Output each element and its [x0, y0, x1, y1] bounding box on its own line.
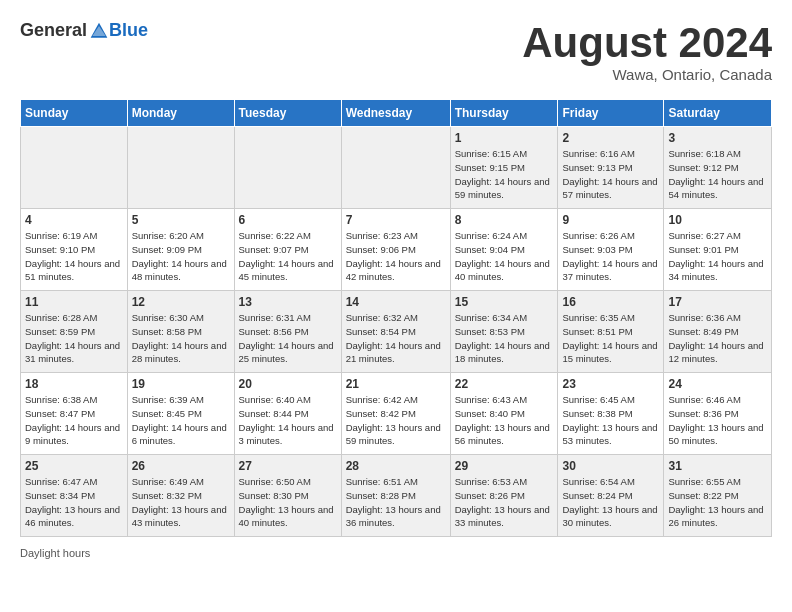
day-info: Sunrise: 6:36 AM Sunset: 8:49 PM Dayligh… [668, 311, 767, 366]
day-number: 25 [25, 459, 123, 473]
logo-general-text: General [20, 20, 87, 41]
day-number: 9 [562, 213, 659, 227]
day-info: Sunrise: 6:22 AM Sunset: 9:07 PM Dayligh… [239, 229, 337, 284]
day-number: 17 [668, 295, 767, 309]
calendar-cell: 8Sunrise: 6:24 AM Sunset: 9:04 PM Daylig… [450, 209, 558, 291]
logo-blue-text: Blue [109, 20, 148, 41]
day-info: Sunrise: 6:34 AM Sunset: 8:53 PM Dayligh… [455, 311, 554, 366]
calendar-cell [127, 127, 234, 209]
day-info: Sunrise: 6:47 AM Sunset: 8:34 PM Dayligh… [25, 475, 123, 530]
day-info: Sunrise: 6:16 AM Sunset: 9:13 PM Dayligh… [562, 147, 659, 202]
day-info: Sunrise: 6:39 AM Sunset: 8:45 PM Dayligh… [132, 393, 230, 448]
day-number: 7 [346, 213, 446, 227]
calendar-cell: 16Sunrise: 6:35 AM Sunset: 8:51 PM Dayli… [558, 291, 664, 373]
day-number: 14 [346, 295, 446, 309]
calendar-week-4: 18Sunrise: 6:38 AM Sunset: 8:47 PM Dayli… [21, 373, 772, 455]
calendar-cell: 26Sunrise: 6:49 AM Sunset: 8:32 PM Dayli… [127, 455, 234, 537]
calendar-week-2: 4Sunrise: 6:19 AM Sunset: 9:10 PM Daylig… [21, 209, 772, 291]
day-number: 2 [562, 131, 659, 145]
calendar-cell: 2Sunrise: 6:16 AM Sunset: 9:13 PM Daylig… [558, 127, 664, 209]
day-header-thursday: Thursday [450, 100, 558, 127]
day-info: Sunrise: 6:40 AM Sunset: 8:44 PM Dayligh… [239, 393, 337, 448]
calendar-cell: 19Sunrise: 6:39 AM Sunset: 8:45 PM Dayli… [127, 373, 234, 455]
calendar-cell: 17Sunrise: 6:36 AM Sunset: 8:49 PM Dayli… [664, 291, 772, 373]
calendar-week-3: 11Sunrise: 6:28 AM Sunset: 8:59 PM Dayli… [21, 291, 772, 373]
day-info: Sunrise: 6:32 AM Sunset: 8:54 PM Dayligh… [346, 311, 446, 366]
day-number: 26 [132, 459, 230, 473]
calendar-cell: 5Sunrise: 6:20 AM Sunset: 9:09 PM Daylig… [127, 209, 234, 291]
calendar-cell: 28Sunrise: 6:51 AM Sunset: 8:28 PM Dayli… [341, 455, 450, 537]
day-info: Sunrise: 6:35 AM Sunset: 8:51 PM Dayligh… [562, 311, 659, 366]
location-text: Wawa, Ontario, Canada [522, 66, 772, 83]
day-info: Sunrise: 6:38 AM Sunset: 8:47 PM Dayligh… [25, 393, 123, 448]
calendar-week-1: 1Sunrise: 6:15 AM Sunset: 9:15 PM Daylig… [21, 127, 772, 209]
day-number: 24 [668, 377, 767, 391]
calendar-cell: 10Sunrise: 6:27 AM Sunset: 9:01 PM Dayli… [664, 209, 772, 291]
day-number: 30 [562, 459, 659, 473]
day-number: 20 [239, 377, 337, 391]
day-number: 4 [25, 213, 123, 227]
day-info: Sunrise: 6:54 AM Sunset: 8:24 PM Dayligh… [562, 475, 659, 530]
day-header-monday: Monday [127, 100, 234, 127]
day-info: Sunrise: 6:45 AM Sunset: 8:38 PM Dayligh… [562, 393, 659, 448]
day-number: 15 [455, 295, 554, 309]
logo: General Blue [20, 20, 148, 41]
day-info: Sunrise: 6:55 AM Sunset: 8:22 PM Dayligh… [668, 475, 767, 530]
day-info: Sunrise: 6:50 AM Sunset: 8:30 PM Dayligh… [239, 475, 337, 530]
day-number: 12 [132, 295, 230, 309]
calendar-cell: 29Sunrise: 6:53 AM Sunset: 8:26 PM Dayli… [450, 455, 558, 537]
day-header-wednesday: Wednesday [341, 100, 450, 127]
day-number: 1 [455, 131, 554, 145]
calendar-cell: 15Sunrise: 6:34 AM Sunset: 8:53 PM Dayli… [450, 291, 558, 373]
calendar-cell: 20Sunrise: 6:40 AM Sunset: 8:44 PM Dayli… [234, 373, 341, 455]
calendar-cell: 3Sunrise: 6:18 AM Sunset: 9:12 PM Daylig… [664, 127, 772, 209]
day-number: 3 [668, 131, 767, 145]
day-number: 29 [455, 459, 554, 473]
calendar-cell: 12Sunrise: 6:30 AM Sunset: 8:58 PM Dayli… [127, 291, 234, 373]
calendar-header-row: SundayMondayTuesdayWednesdayThursdayFrid… [21, 100, 772, 127]
day-info: Sunrise: 6:53 AM Sunset: 8:26 PM Dayligh… [455, 475, 554, 530]
day-info: Sunrise: 6:28 AM Sunset: 8:59 PM Dayligh… [25, 311, 123, 366]
calendar-cell: 21Sunrise: 6:42 AM Sunset: 8:42 PM Dayli… [341, 373, 450, 455]
day-header-saturday: Saturday [664, 100, 772, 127]
calendar-cell: 23Sunrise: 6:45 AM Sunset: 8:38 PM Dayli… [558, 373, 664, 455]
calendar-cell: 11Sunrise: 6:28 AM Sunset: 8:59 PM Dayli… [21, 291, 128, 373]
calendar-cell: 7Sunrise: 6:23 AM Sunset: 9:06 PM Daylig… [341, 209, 450, 291]
day-number: 28 [346, 459, 446, 473]
day-info: Sunrise: 6:18 AM Sunset: 9:12 PM Dayligh… [668, 147, 767, 202]
calendar-cell: 18Sunrise: 6:38 AM Sunset: 8:47 PM Dayli… [21, 373, 128, 455]
day-number: 27 [239, 459, 337, 473]
calendar-cell: 30Sunrise: 6:54 AM Sunset: 8:24 PM Dayli… [558, 455, 664, 537]
calendar-cell [341, 127, 450, 209]
day-header-tuesday: Tuesday [234, 100, 341, 127]
calendar-cell: 1Sunrise: 6:15 AM Sunset: 9:15 PM Daylig… [450, 127, 558, 209]
calendar-cell: 6Sunrise: 6:22 AM Sunset: 9:07 PM Daylig… [234, 209, 341, 291]
day-info: Sunrise: 6:49 AM Sunset: 8:32 PM Dayligh… [132, 475, 230, 530]
day-info: Sunrise: 6:46 AM Sunset: 8:36 PM Dayligh… [668, 393, 767, 448]
day-number: 5 [132, 213, 230, 227]
calendar-cell: 27Sunrise: 6:50 AM Sunset: 8:30 PM Dayli… [234, 455, 341, 537]
day-info: Sunrise: 6:43 AM Sunset: 8:40 PM Dayligh… [455, 393, 554, 448]
calendar-week-5: 25Sunrise: 6:47 AM Sunset: 8:34 PM Dayli… [21, 455, 772, 537]
day-number: 16 [562, 295, 659, 309]
day-number: 8 [455, 213, 554, 227]
calendar-cell: 14Sunrise: 6:32 AM Sunset: 8:54 PM Dayli… [341, 291, 450, 373]
calendar-cell [234, 127, 341, 209]
day-info: Sunrise: 6:26 AM Sunset: 9:03 PM Dayligh… [562, 229, 659, 284]
day-number: 31 [668, 459, 767, 473]
day-info: Sunrise: 6:31 AM Sunset: 8:56 PM Dayligh… [239, 311, 337, 366]
day-info: Sunrise: 6:51 AM Sunset: 8:28 PM Dayligh… [346, 475, 446, 530]
month-title: August 2024 [522, 20, 772, 66]
day-info: Sunrise: 6:23 AM Sunset: 9:06 PM Dayligh… [346, 229, 446, 284]
calendar-table: SundayMondayTuesdayWednesdayThursdayFrid… [20, 99, 772, 537]
calendar-cell: 4Sunrise: 6:19 AM Sunset: 9:10 PM Daylig… [21, 209, 128, 291]
calendar-cell [21, 127, 128, 209]
day-number: 22 [455, 377, 554, 391]
day-info: Sunrise: 6:42 AM Sunset: 8:42 PM Dayligh… [346, 393, 446, 448]
day-number: 10 [668, 213, 767, 227]
page-header: General Blue August 2024 Wawa, Ontario, … [20, 20, 772, 83]
footer-text: Daylight hours [20, 547, 772, 559]
calendar-cell: 13Sunrise: 6:31 AM Sunset: 8:56 PM Dayli… [234, 291, 341, 373]
calendar-body: 1Sunrise: 6:15 AM Sunset: 9:15 PM Daylig… [21, 127, 772, 537]
title-block: August 2024 Wawa, Ontario, Canada [522, 20, 772, 83]
